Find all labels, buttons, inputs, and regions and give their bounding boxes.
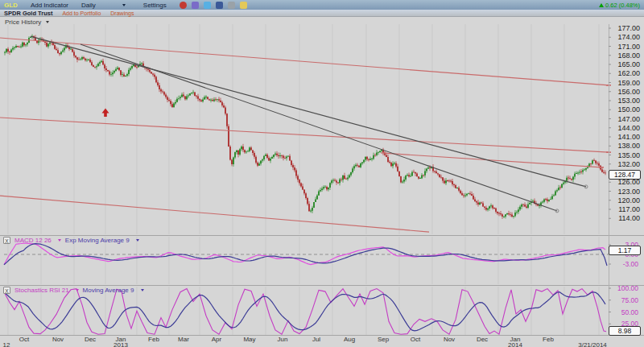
add-indicator-button[interactable]: Add Indicator — [31, 2, 68, 9]
svg-text:177.00: 177.00 — [617, 24, 640, 32]
svg-text:120.00: 120.00 — [617, 196, 640, 204]
chevron-down-icon — [46, 21, 49, 23]
month-label: Apr — [203, 336, 230, 343]
svg-text:132.00: 132.00 — [617, 160, 640, 168]
drawings-link[interactable]: Drawings — [110, 10, 134, 16]
chevron-down-icon[interactable] — [58, 239, 61, 242]
alarm-icon[interactable] — [180, 2, 187, 9]
svg-text:117.00: 117.00 — [618, 205, 640, 213]
svg-text:135.00: 135.00 — [617, 151, 640, 159]
price-history-header[interactable]: Price History — [5, 19, 49, 26]
stoch-indicator-dropdown[interactable]: Stochastics RSI 21 — [14, 287, 69, 294]
note-icon[interactable] — [240, 2, 247, 9]
svg-text:153.00: 153.00 — [617, 97, 640, 105]
chart-icon[interactable] — [192, 2, 199, 9]
chevron-down-icon[interactable] — [136, 239, 139, 242]
macd-overlay-dropdown[interactable]: Exp Moving Average 9 — [65, 237, 130, 244]
svg-text:159.00: 159.00 — [617, 79, 640, 87]
symbol-subbar: SPDR Gold Trust Add to Portfolio Drawing… — [0, 10, 644, 17]
svg-text:138.00: 138.00 — [617, 142, 640, 150]
stoch-value-box: 8.98 — [609, 326, 641, 336]
svg-text:168.00: 168.00 — [617, 52, 640, 60]
year-label: 2013 — [98, 341, 143, 347]
month-label: Nov — [436, 336, 463, 343]
print-icon[interactable] — [228, 2, 235, 9]
svg-text:150.00: 150.00 — [617, 105, 640, 114]
svg-text:123.00: 123.00 — [617, 188, 640, 196]
svg-text:75.00: 75.00 — [621, 296, 639, 304]
month-label: May — [236, 336, 263, 343]
chart-canvas[interactable]: 177.00174.00171.00168.00165.00162.00159.… — [0, 0, 644, 347]
macd-indicator-dropdown[interactable]: MACD 12 26 — [14, 237, 52, 244]
twitter-icon[interactable] — [204, 2, 211, 9]
month-label: Dec — [469, 336, 496, 343]
month-label: Aug — [336, 336, 363, 343]
close-icon[interactable]: X — [3, 287, 10, 294]
change-text: 0.62 (0.48%) — [605, 2, 640, 9]
svg-text:147.00: 147.00 — [617, 115, 640, 123]
macd-header: X MACD 12 26 Exp Moving Average 9 — [3, 237, 139, 244]
svg-text:100.00: 100.00 — [617, 284, 638, 292]
facebook-icon[interactable] — [216, 2, 223, 9]
chevron-down-icon[interactable] — [141, 289, 144, 291]
svg-text:174.00: 174.00 — [617, 33, 640, 41]
month-label: Oct — [402, 336, 429, 343]
chevron-down-icon[interactable] — [122, 4, 126, 6]
daily-change-indicator: 0.62 (0.48%) — [599, 2, 640, 9]
month-label: Jun — [269, 336, 296, 343]
month-label: Sep — [369, 336, 397, 343]
chevron-down-icon[interactable] — [76, 289, 79, 291]
charting-app-window: GLD Add Indicator Daily Settings 0.62 (0… — [0, 0, 644, 347]
month-label: Feb — [140, 336, 167, 343]
year-label: 12 — [0, 341, 29, 347]
macd-value-box: 1.17 — [609, 246, 641, 255]
security-title: SPDR Gold Trust — [4, 10, 52, 17]
month-label: Jul — [303, 336, 330, 343]
month-label: Nov — [44, 336, 72, 343]
svg-text:114.00: 114.00 — [618, 214, 640, 222]
month-label: Feb — [535, 336, 562, 343]
price-history-label: Price History — [5, 19, 41, 26]
year-label: 2014 — [493, 341, 538, 347]
current-price-box: 128.47 — [609, 170, 641, 180]
up-arrow-icon — [599, 3, 604, 7]
stoch-overlay-dropdown[interactable]: Moving Average 9 — [83, 287, 134, 294]
top-toolbar: GLD Add Indicator Daily Settings 0.62 (0… — [0, 0, 644, 10]
add-to-portfolio-link[interactable]: Add to Portfolio — [62, 10, 101, 16]
svg-text:171.00: 171.00 — [617, 43, 640, 51]
svg-text:141.00: 141.00 — [617, 133, 640, 141]
svg-text:-3.00: -3.00 — [623, 260, 639, 268]
svg-text:50.00: 50.00 — [621, 308, 639, 316]
year-label: 3/21/2014 — [570, 341, 615, 347]
svg-text:165.00: 165.00 — [617, 60, 640, 68]
timeframe-dropdown[interactable]: Daily — [81, 2, 96, 9]
settings-button[interactable]: Settings — [143, 2, 167, 9]
svg-text:162.00: 162.00 — [617, 69, 640, 77]
svg-text:156.00: 156.00 — [617, 88, 640, 96]
stoch-header: X Stochastics RSI 21 Moving Average 9 — [3, 287, 144, 294]
month-label: Mar — [170, 336, 197, 343]
symbol-label[interactable]: GLD — [4, 2, 18, 9]
svg-text:144.00: 144.00 — [617, 124, 640, 132]
close-icon[interactable]: X — [3, 237, 10, 244]
